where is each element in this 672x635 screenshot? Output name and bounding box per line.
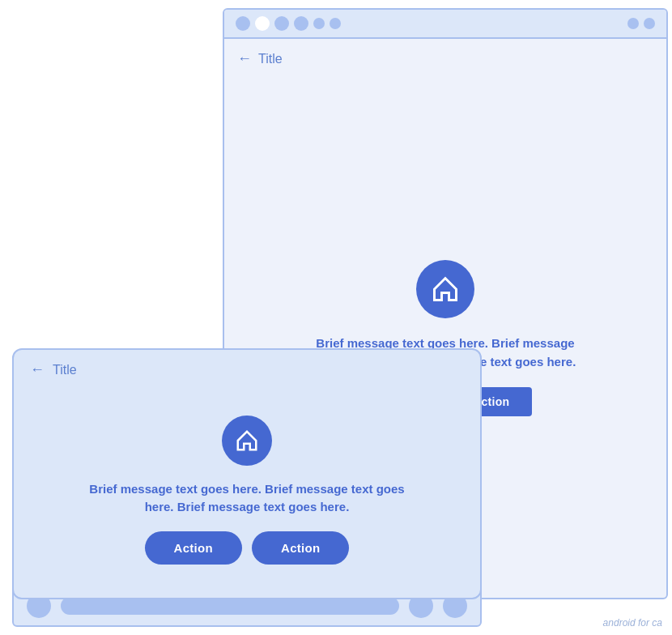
- back-screen-title: Title: [258, 52, 283, 66]
- home-icon: [235, 428, 259, 453]
- front-screen-app-bar: ← Title: [14, 350, 480, 390]
- status-dot-3: [274, 16, 289, 31]
- front-screen-message: Brief message text goes here. Brief mess…: [85, 480, 409, 517]
- back-screen-app-bar: ← Title: [224, 39, 666, 79]
- back-screen-icon-circle: [416, 260, 474, 318]
- status-bar-right: [627, 18, 655, 29]
- back-arrow-icon[interactable]: ←: [237, 50, 252, 67]
- status-dot-right-1: [627, 18, 639, 29]
- status-bar-left: [236, 16, 341, 31]
- front-screen-actions: Action Action: [145, 531, 350, 565]
- front-screen: ← Title Brief message text goes here. Br…: [12, 348, 482, 599]
- front-screen-action-button-1[interactable]: Action: [145, 531, 242, 565]
- nav-pill: [61, 597, 399, 615]
- status-dot-right-2: [644, 18, 655, 29]
- status-dot-6: [330, 18, 341, 29]
- front-screen-icon-circle: [222, 416, 272, 466]
- front-screen-title: Title: [53, 363, 77, 377]
- watermark-text: android for ca: [603, 617, 662, 629]
- home-icon: [431, 275, 460, 304]
- front-screen-content: Brief message text goes here. Brief mess…: [14, 390, 480, 598]
- status-dot-2: [255, 16, 270, 31]
- status-bar: [224, 10, 666, 39]
- status-dot-5: [313, 18, 325, 29]
- status-dot-1: [236, 16, 250, 31]
- front-screen-action-button-2[interactable]: Action: [252, 531, 349, 565]
- status-dot-4: [294, 16, 308, 31]
- front-back-arrow-icon[interactable]: ←: [30, 361, 45, 378]
